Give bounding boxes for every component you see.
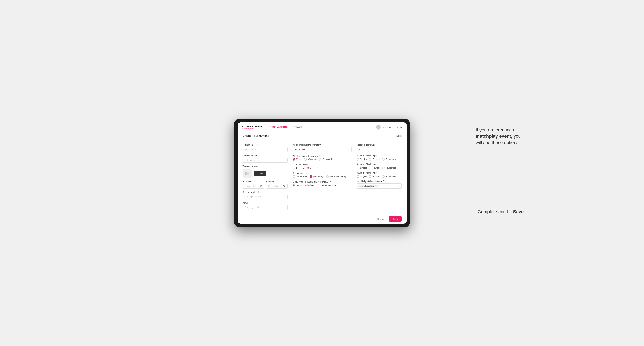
gender-radio-group: Mens Womens Combined [292, 158, 352, 161]
round2-foursomes-label: Foursomes [386, 167, 396, 169]
gender-combined-radio[interactable] [318, 158, 321, 161]
division-value: NCAA Division I [295, 148, 310, 151]
individuals-option-radio[interactable] [318, 184, 320, 186]
save-button[interactable]: Save [389, 216, 402, 222]
navbar: SCOREBOARD Powered by clippit TOURNAMENT… [238, 122, 406, 132]
gender-combined[interactable]: Combined [318, 158, 332, 161]
teams-radio-group: Teams (+Individuals) Individuals Only [292, 184, 352, 186]
round3-fourball-radio[interactable] [369, 175, 372, 178]
round-2-radio[interactable] [300, 167, 302, 169]
round1-fourball-radio[interactable] [369, 158, 372, 161]
round-3[interactable]: 3 [307, 167, 312, 169]
third-party-api-select[interactable]: Leaderboard King ✕ ▾ [356, 183, 402, 189]
round2-foursomes-radio[interactable] [382, 167, 384, 169]
calendar-icon: 📅 [260, 185, 262, 187]
api-tag-close-icon[interactable]: ✕ [375, 185, 376, 187]
round3-singles-label: Singles [360, 175, 367, 177]
scoring-medal[interactable]: Medal Match Play [326, 175, 346, 178]
user-name: Test User [382, 126, 391, 128]
sponsor-label: Sponsor (optional) [242, 191, 288, 193]
scoring-match-radio[interactable] [310, 175, 312, 178]
round-2[interactable]: 2 [300, 167, 304, 169]
gender-mens-radio[interactable] [292, 158, 295, 161]
round1-singles-radio[interactable] [356, 158, 359, 161]
round2-fourball[interactable]: Fourball [369, 167, 380, 169]
round3-singles-radio[interactable] [356, 175, 359, 178]
back-link[interactable]: ← Back [394, 135, 402, 137]
teams-individuals-group: Is this event for Teams and/or Individua… [292, 181, 352, 186]
logo-sub: Powered by clippit [242, 128, 262, 129]
rounds-radio-group: 1 2 3 [292, 167, 352, 169]
tournament-name-label: Tournament name [242, 155, 288, 157]
round3-match-options: Singles Fourball Foursomes [356, 175, 402, 178]
individuals-option[interactable]: Individuals Only [318, 184, 336, 186]
gender-group: Which gender is the event for? Mens Wome [292, 155, 352, 161]
round1-singles[interactable]: Singles [356, 158, 367, 161]
max-team-size-input[interactable] [356, 147, 369, 152]
round-1-radio[interactable] [292, 167, 295, 169]
round2-match-type-label: Round 2 - Match Type [356, 163, 402, 165]
round1-match-type-label: Round 1 - Match Type [356, 155, 402, 157]
gender-combined-label: Combined [322, 158, 332, 161]
cancel-button[interactable]: Cancel [375, 216, 387, 221]
round-2-label: 2 [303, 167, 304, 169]
round1-fourball-label: Fourball [372, 158, 380, 161]
teams-option-radio[interactable] [292, 184, 295, 186]
round1-foursomes-radio[interactable] [382, 158, 384, 161]
scoring-stroke-radio[interactable] [292, 175, 295, 178]
scoring-match-dot [310, 176, 312, 177]
round3-singles[interactable]: Singles [356, 175, 367, 178]
round2-foursomes[interactable]: Foursomes [382, 167, 396, 169]
venue-select[interactable]: Search golf club ▾ [242, 205, 288, 210]
round1-foursomes[interactable]: Foursomes [382, 158, 396, 161]
start-date-input[interactable]: Pick a date 📅 [242, 183, 264, 189]
sign-out-link[interactable]: Sign out [395, 126, 402, 128]
round-3-radio[interactable] [307, 167, 310, 169]
round-4[interactable]: 4 [314, 167, 318, 169]
tournament-name-input[interactable] [242, 158, 288, 163]
venue-label: Venue [242, 202, 288, 204]
gender-womens[interactable]: Womens [304, 158, 316, 161]
round-4-label: 4 [317, 167, 318, 169]
end-date-input[interactable]: Pick a date 📅 [266, 183, 288, 189]
page-title: Create Tournament [242, 134, 268, 138]
division-group: Which division is the event for? NCAA Di… [292, 144, 352, 152]
venue-group: Venue Search golf club ▾ [242, 202, 288, 210]
scoring-medal-radio[interactable] [326, 175, 329, 178]
sponsor-input[interactable] [242, 194, 288, 199]
round3-match-type-label: Round 3 - Match Type [356, 172, 402, 174]
tab-tournaments[interactable]: TOURNAMENTS [267, 122, 291, 132]
round-4-radio[interactable] [314, 167, 316, 169]
round3-foursomes-radio[interactable] [382, 175, 384, 178]
gender-womens-label: Womens [308, 158, 316, 161]
teams-option[interactable]: Teams (+Individuals) [292, 184, 315, 186]
nav-tabs: TOURNAMENTS TEAMS [267, 122, 305, 132]
gender-womens-radio[interactable] [304, 158, 307, 161]
round2-fourball-radio[interactable] [369, 167, 372, 169]
start-date-placeholder: Pick a date [245, 185, 255, 187]
tab-teams[interactable]: TEAMS [291, 122, 306, 132]
api-select-chevron-icon: ▾ [399, 185, 400, 187]
round2-match-options: Singles Fourball Foursomes [356, 167, 402, 169]
date-row: Start date Pick a date 📅 End date Pick a… [242, 180, 288, 189]
tablet-device: SCOREBOARD Powered by clippit TOURNAMENT… [234, 119, 410, 227]
division-select[interactable]: NCAA Division I ▾ [292, 147, 352, 152]
round3-fourball[interactable]: Fourball [369, 175, 380, 178]
scoring-match[interactable]: Match Play [310, 175, 323, 178]
upload-button[interactable]: Upload [254, 171, 266, 176]
round3-foursomes[interactable]: Foursomes [382, 175, 396, 178]
round2-singles-radio[interactable] [356, 167, 359, 169]
tournament-host-input[interactable] [242, 147, 288, 152]
round1-fourball[interactable]: Fourball [369, 158, 380, 161]
round2-singles[interactable]: Singles [356, 167, 367, 169]
round2-match-type: Round 2 - Match Type Singles Fourball [356, 163, 402, 169]
right-column: Maximum Team Size Round 1 - Match Type S… [356, 144, 402, 210]
scoring-stroke[interactable]: Stroke Play [292, 175, 307, 178]
gender-mens[interactable]: Mens [292, 158, 301, 161]
round-1[interactable]: 1 [292, 167, 297, 169]
round3-fourball-label: Fourball [372, 175, 380, 177]
individuals-option-label: Individuals Only [322, 184, 336, 186]
sponsor-group: Sponsor (optional) [242, 191, 288, 199]
round-1-label: 1 [296, 167, 297, 169]
division-label: Which division is the event for? [292, 144, 352, 146]
